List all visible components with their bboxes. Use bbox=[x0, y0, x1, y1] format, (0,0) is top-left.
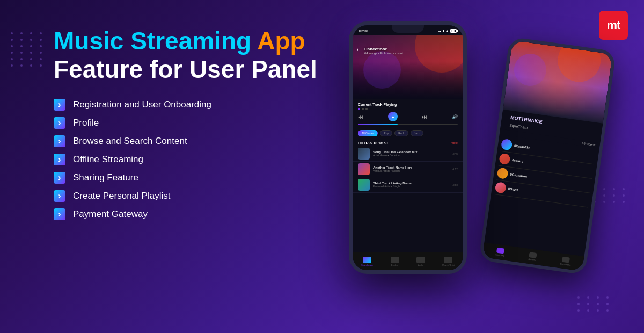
section-more-link[interactable]: SEE bbox=[451, 142, 458, 145]
genres-section: All Genres Pop Rock Jazz bbox=[353, 128, 463, 139]
phone-front-screen: 02:31 ▲ bbox=[353, 25, 463, 270]
phone-back-list: 0Karanlikt 0calory 0Gezwaren bbox=[491, 134, 599, 210]
phone-back-hero bbox=[503, 40, 612, 124]
nav-label-1: something bbox=[495, 253, 505, 257]
feature-item-payment: Payment Gateway bbox=[54, 208, 338, 220]
phone-back-screen: MOTTRNAICE SqueThem 16 videos 0Karanlikt bbox=[482, 40, 613, 271]
chevron-icon-registration bbox=[54, 99, 65, 111]
hero-image: ‹ Dancefloor 64 songs • Followers count bbox=[353, 35, 463, 99]
front-nav-label-1: Soundscape bbox=[361, 264, 373, 266]
player-dot-1 bbox=[358, 108, 360, 110]
song-info-1: Song Title One Extended Mix Artist Name … bbox=[373, 150, 449, 157]
front-nav-item-4[interactable]: Playlist/Artist bbox=[442, 257, 455, 266]
song-artist-1: Artist Name • Duration bbox=[373, 154, 449, 157]
front-nav-icon-soundscape bbox=[363, 257, 371, 263]
chevron-icon-playlist bbox=[54, 190, 65, 202]
song-thumbnail-3 bbox=[358, 179, 370, 191]
front-nav-label-2: Explore bbox=[391, 264, 399, 266]
feature-label-payment: Payment Gateway bbox=[73, 209, 148, 220]
phone-back-bottom-nav: something Streams Somename bbox=[482, 242, 584, 271]
play-button[interactable] bbox=[388, 112, 398, 121]
progress-fill bbox=[358, 124, 398, 125]
nav-icon-dot-3 bbox=[562, 257, 570, 263]
nav-icon-dot-active bbox=[496, 248, 504, 254]
nav-label-3: Somename bbox=[560, 262, 571, 266]
song-info-3: Third Track Listing Name Featured Artist… bbox=[373, 182, 449, 188]
player-track-title: Current Track Playing bbox=[358, 103, 458, 106]
avatar-3 bbox=[496, 167, 509, 179]
section-title: HDTR & 18.1# 69 bbox=[358, 141, 388, 145]
feature-item-sharing: Sharing Feature bbox=[54, 172, 338, 184]
feature-item-offline: Offline Streaming bbox=[54, 154, 338, 165]
feature-item-playlist: Create Personal Playlist bbox=[54, 190, 338, 202]
back-button-icon[interactable]: ‹ bbox=[357, 47, 358, 53]
front-nav-icon-playlist bbox=[444, 257, 452, 263]
genre-chip-rock[interactable]: Rock bbox=[394, 130, 408, 136]
status-icons: ▲ bbox=[438, 29, 457, 33]
front-nav-item-3[interactable]: Audio bbox=[416, 257, 425, 266]
title-feature: Feature for User Panel bbox=[54, 55, 338, 84]
song-row-1[interactable]: Song Title One Extended Mix Artist Name … bbox=[353, 146, 463, 162]
feature-label-offline: Offline Streaming bbox=[73, 154, 143, 165]
front-nav-label-4: Playlist/Artist bbox=[442, 264, 455, 266]
chevron-icon-sharing bbox=[54, 172, 65, 184]
title-app: App bbox=[257, 27, 305, 55]
progress-bar[interactable] bbox=[358, 124, 458, 125]
song-info-2: Another Track Name Here Various Artists … bbox=[373, 166, 449, 172]
hero-decoration-1 bbox=[555, 40, 603, 85]
chevron-icon-browse bbox=[54, 135, 65, 147]
song-duration-1: 3:45 bbox=[452, 152, 458, 155]
genre-chip-all[interactable]: All Genres bbox=[358, 130, 378, 136]
song-row-3[interactable]: Third Track Listing Name Featured Artist… bbox=[353, 177, 463, 193]
title-music: Music Streaming bbox=[54, 27, 257, 55]
wifi-icon: ▲ bbox=[445, 29, 449, 32]
genre-chips: All Genres Pop Rock Jazz bbox=[358, 130, 458, 136]
feature-label-playlist: Create Personal Playlist bbox=[73, 191, 170, 201]
song-duration-2: 4:12 bbox=[452, 168, 458, 171]
skip-back-button[interactable]: ⏮ bbox=[358, 114, 363, 120]
hero-text-overlay: Dancefloor 64 songs • Followers count bbox=[364, 47, 459, 55]
feature-list: Registration and User Onboarding Profile… bbox=[54, 99, 338, 220]
chevron-icon-offline bbox=[54, 154, 65, 165]
section-header: HDTR & 18.1# 69 SEE bbox=[353, 139, 463, 146]
front-nav-icon-explore bbox=[391, 257, 399, 263]
avatar-2 bbox=[499, 153, 511, 165]
signal-icon bbox=[438, 29, 444, 32]
phone-mockup-back: MOTTRNAICE SqueThem 16 videos 0Karanlikt bbox=[479, 37, 617, 275]
player-dot-2 bbox=[362, 108, 364, 110]
player-page-dots bbox=[358, 108, 458, 110]
front-bottom-nav: Soundscape Explore Audio Playlist/Artist bbox=[353, 252, 463, 270]
nav-label-2: Streams bbox=[528, 258, 536, 262]
song-artist-2: Various Artists • Album bbox=[373, 169, 449, 172]
chevron-icon-payment bbox=[54, 208, 65, 220]
feature-label-browse: Browse and Search Content bbox=[73, 136, 187, 147]
player-area: Current Track Playing ⏮ ⏭ 🔊 bbox=[353, 99, 463, 128]
nav-item-3: Somename bbox=[560, 256, 572, 266]
phones-container: MOTTRNAICE SqueThem 16 videos 0Karanlikt bbox=[333, 11, 601, 322]
player-dot-3 bbox=[365, 108, 368, 110]
feature-item-browse: Browse and Search Content bbox=[54, 135, 338, 147]
avatar-1 bbox=[501, 139, 513, 151]
volume-icon[interactable]: 🔊 bbox=[452, 114, 458, 119]
genre-chip-pop[interactable]: Pop bbox=[380, 130, 392, 136]
decorative-dots-left bbox=[11, 32, 45, 67]
battery-fill bbox=[451, 30, 455, 32]
feature-label-sharing: Sharing Feature bbox=[73, 172, 138, 183]
phone-notch bbox=[392, 25, 424, 33]
hero-decoration-2 bbox=[512, 52, 548, 88]
nav-item-2: Streams bbox=[528, 252, 537, 262]
feature-item-registration: Registration and User Onboarding bbox=[54, 99, 338, 111]
front-nav-item-2[interactable]: Explore bbox=[391, 257, 399, 266]
song-duration-3: 3:58 bbox=[452, 183, 458, 186]
feature-label-profile: Profile bbox=[73, 118, 99, 128]
genre-chip-jazz[interactable]: Jazz bbox=[411, 130, 423, 136]
front-nav-item-1[interactable]: Soundscape bbox=[361, 257, 373, 266]
front-nav-icon-audio bbox=[416, 257, 425, 263]
hero-shape-circle-2 bbox=[363, 51, 401, 89]
player-controls: ⏮ ⏭ 🔊 bbox=[358, 112, 458, 121]
song-thumbnail-2 bbox=[358, 163, 370, 175]
skip-forward-button[interactable]: ⏭ bbox=[422, 114, 427, 120]
song-row-2[interactable]: Another Track Name Here Various Artists … bbox=[353, 162, 463, 177]
front-nav-label-3: Audio bbox=[418, 264, 423, 266]
feature-label-registration: Registration and User Onboarding bbox=[73, 99, 211, 110]
